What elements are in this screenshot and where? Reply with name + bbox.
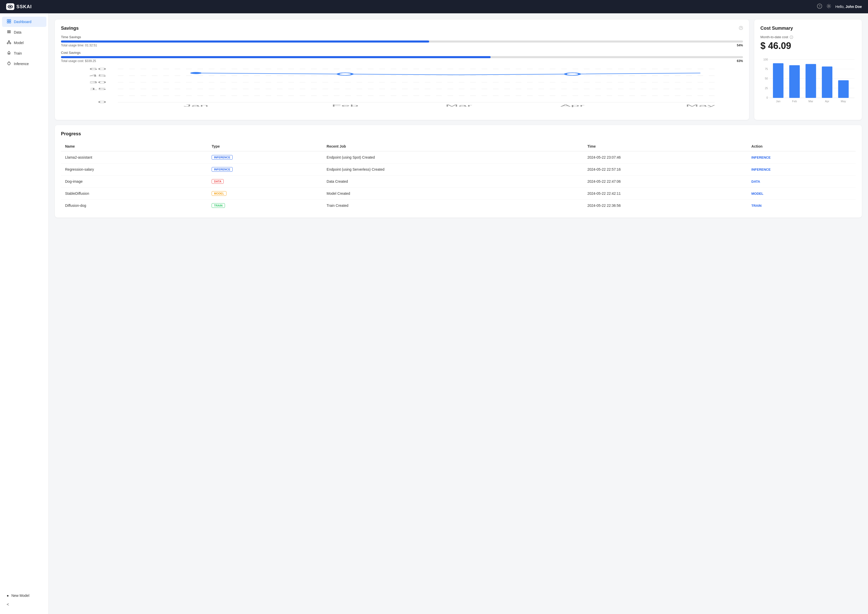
action-link[interactable]: INFERENCE [752,155,770,160]
svg-text:45: 45 [89,74,107,77]
dashboard-icon [7,19,11,24]
row-type: TRAIN [208,200,322,212]
svg-point-5 [828,5,829,7]
sidebar-label-train: Train [14,51,22,55]
type-badge: MODEL [212,191,226,196]
svg-text:50: 50 [765,77,768,80]
svg-rect-54 [789,65,800,98]
svg-text:0: 0 [98,101,107,104]
row-type: INFERENCE [208,151,322,163]
svg-line-16 [8,42,9,43]
table-header-row: Name Type Recent Job Time Action [61,142,856,151]
savings-title: Savings ? [61,26,743,31]
svg-line-17 [9,42,10,43]
savings-line-chart: 60 45 30 15 0 Jan Feb Mar Apr May [61,67,743,105]
sidebar-label-dashboard: Dashboard [14,20,31,24]
svg-text:Feb: Feb [792,100,797,103]
inference-icon [7,61,11,67]
svg-text:May: May [841,100,846,103]
svg-rect-56 [822,67,832,98]
svg-point-39 [566,73,580,75]
row-action[interactable]: DATA [747,175,856,188]
savings-help-icon[interactable]: ? [739,26,743,31]
type-badge: INFERENCE [212,155,232,160]
col-recent-job: Recent Job [322,142,583,151]
col-type: Type [208,142,322,151]
row-action[interactable]: INFERENCE [747,151,856,163]
svg-text:30: 30 [89,81,107,84]
table-row: Dog-image DATA Data Created 2024-05-22 2… [61,175,856,188]
row-recent-job: Model Created [322,188,583,200]
row-name: StableDiffusion [61,188,208,200]
svg-text:75: 75 [765,67,768,70]
greeting: Hello, John Doe [835,5,862,9]
row-name: Llama2-assistant [61,151,208,163]
table-row: Regression-salary INFERENCE Endpoint (us… [61,163,856,175]
col-name: Name [61,142,208,151]
action-link[interactable]: MODEL [752,192,764,195]
main-content: Savings ? Time Savings Total usage time:… [49,13,868,614]
svg-text:Apr: Apr [560,104,584,107]
svg-rect-6 [7,20,9,21]
cost-label: Month-to-date cost ? [760,35,856,39]
action-link[interactable]: DATA [752,180,760,183]
row-time: 2024-05-22 22:42:11 [583,188,747,200]
row-recent-job: Train Created [322,200,583,212]
sidebar-item-model[interactable]: Model [2,38,46,48]
sidebar-item-train[interactable]: Train [2,48,46,59]
row-recent-job: Endpoint (using Spot) Created [322,151,583,163]
row-type: MODEL [208,188,322,200]
svg-rect-9 [9,22,11,23]
type-badge: TRAIN [212,203,225,208]
svg-point-38 [338,73,352,75]
action-link[interactable]: INFERENCE [752,167,770,171]
row-action[interactable]: TRAIN [747,200,856,212]
top-row: Savings ? Time Savings Total usage time:… [55,20,862,120]
svg-rect-18 [8,53,9,54]
row-type: INFERENCE [208,163,322,175]
row-time: 2024-05-22 23:07:46 [583,151,747,163]
row-action[interactable]: MODEL [747,188,856,200]
sidebar-item-new-model[interactable]: ● New Model [2,591,46,600]
cost-bar-chart: 100 75 50 25 0 [760,56,856,114]
logo: SSKAI [6,3,32,10]
svg-text:60: 60 [89,67,107,70]
sidebar: DashboardDataModelTrainInference ● New M… [0,13,49,614]
time-savings-label: Time Savings [61,35,743,39]
time-savings-bar-fill [61,40,429,43]
svg-rect-53 [773,63,783,98]
logo-text: SSKAI [16,4,32,9]
row-name: Dog-image [61,175,208,188]
sidebar-item-dashboard[interactable]: Dashboard [2,17,46,27]
row-name: Regression-salary [61,163,208,175]
sidebar-label-inference: Inference [14,62,29,66]
sidebar-label-model: Model [14,41,23,45]
sidebar-item-data[interactable]: Data [2,27,46,37]
help-button[interactable]: ? [817,3,822,10]
action-link[interactable]: TRAIN [752,204,762,208]
table-row: Llama2-assistant INFERENCE Endpoint (usi… [61,151,856,163]
row-action[interactable]: INFERENCE [747,163,856,175]
sidebar-collapse-button[interactable]: < [2,600,46,609]
svg-text:Apr: Apr [825,100,829,103]
svg-point-14 [7,43,8,44]
table-row: Diffusion-dog TRAIN Train Created 2024-0… [61,200,856,212]
svg-text:25: 25 [765,87,768,90]
progress-title: Progress [61,131,856,136]
topnav-right: ? Hello, John Doe [817,3,862,10]
sidebar-item-inference[interactable]: Inference [2,59,46,69]
model-icon [7,40,11,45]
settings-button[interactable] [826,3,831,10]
svg-rect-8 [7,22,9,23]
svg-text:Jan: Jan [183,104,209,107]
svg-point-13 [8,41,10,42]
sidebar-label-data: Data [14,30,22,34]
progress-table: Name Type Recent Job Time Action Llama2-… [61,142,856,211]
cost-summary-card: Cost Summary Month-to-date cost ? $ 46.0… [754,20,862,120]
svg-text:100: 100 [763,58,768,61]
col-action: Action [747,142,856,151]
row-time: 2024-05-22 22:36:56 [583,200,747,212]
row-time: 2024-05-22 22:57:16 [583,163,747,175]
sidebar-bottom: ● New Model < [0,588,48,611]
cost-savings-bar-fill [61,56,491,58]
